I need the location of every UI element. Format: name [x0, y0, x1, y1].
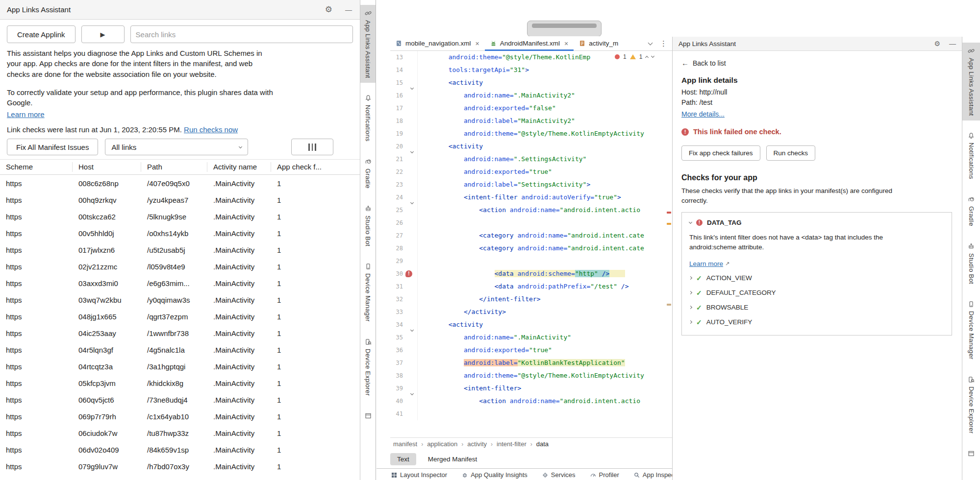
table-row[interactable]: https008c6z68np/407e09q5x0.MainActivity1	[0, 175, 360, 192]
check-row-action-view[interactable]: ✓ACTION_VIEW	[689, 274, 944, 282]
line-number: 15	[390, 76, 403, 89]
tool-window-button-app-inspection[interactable]: App Inspection	[634, 471, 672, 479]
breadcrumb-item-activity[interactable]: activity	[467, 440, 487, 448]
tool-strip-item-bell[interactable]: Notifications	[962, 127, 980, 184]
tool-strip-item-device-manager[interactable]: Device Manager	[360, 258, 376, 327]
check-row-data-tag[interactable]: ! DATA_TAG	[689, 219, 944, 226]
table-row[interactable]: https02jv21zzmc/l059v8t4e9.MainActivity1	[0, 258, 360, 275]
table-row[interactable]: https04r5lqn3gf/4g5nalc1la.MainActivity1	[0, 341, 360, 358]
code-line-22: 22 android:exported="true"	[390, 166, 672, 178]
tab-close-icon[interactable]: ×	[476, 40, 479, 48]
table-row[interactable]: https05kfcp3jvm/khidckix8g.MainActivity1	[0, 375, 360, 391]
code-editor[interactable]: 13 android:theme="@style/Theme.KotlinEmp…	[390, 51, 672, 437]
tool-strip-item-bell[interactable]: Notifications	[360, 90, 376, 146]
checks-container: ! DATA_TAG This link's intent filter doe…	[681, 212, 952, 336]
error-stripe-mark[interactable]	[667, 212, 671, 214]
run-checks-button[interactable]: Run checks	[766, 145, 816, 161]
breadcrumb-item-data[interactable]: data	[536, 440, 549, 448]
tab-close-icon[interactable]: ×	[564, 40, 568, 48]
fix-all-manifest-issues-button[interactable]: Fix All Manifest Issues	[7, 139, 98, 155]
settings-gear-icon[interactable]: ⚙	[934, 40, 940, 48]
more-details-link[interactable]: More details...	[681, 110, 725, 118]
breadcrumb-item-application[interactable]: application	[427, 440, 457, 448]
hidden-tabs-icon[interactable]	[648, 41, 653, 46]
editor-tab-androidmanifest-xml[interactable]: AndroidManifest.xml×	[485, 36, 574, 50]
table-row[interactable]: https069p7r79rh/c1x64yab10.MainActivity1	[0, 408, 360, 425]
tool-strip-item-app-links[interactable]: App Links Assistant	[360, 5, 376, 83]
passed-checks-list: ✓ACTION_VIEW✓DEFAULT_CATEGORY✓BROWSABLE✓…	[689, 274, 944, 326]
check-row-default-category[interactable]: ✓DEFAULT_CATEGORY	[689, 289, 944, 297]
minimize-icon[interactable]: —	[949, 40, 956, 48]
minimize-icon[interactable]: —	[345, 6, 352, 14]
line-number: 32	[390, 293, 403, 306]
tool-strip-item-panel[interactable]	[962, 445, 980, 465]
table-row[interactable]: https060qv5jct6/73ne8udqj4.MainActivity1	[0, 391, 360, 408]
window-titlebar[interactable]: App Links Assistant ⚙ —	[0, 0, 360, 20]
column-header-host[interactable]: Host	[73, 162, 141, 172]
check-row-auto-verify[interactable]: ✓AUTO_VERIFY	[689, 318, 944, 326]
inspections-widget[interactable]: 1 1	[612, 51, 657, 62]
run-checks-now-link[interactable]: Run checks now	[184, 125, 238, 134]
chevron-right-icon[interactable]	[689, 306, 692, 309]
table-row[interactable]: https00v5hhld0j/o0xhs14ykb.MainActivity1	[0, 225, 360, 241]
highlight-stripe-mark[interactable]	[667, 304, 671, 306]
table-row[interactable]: https03wq7w2kbu/y0qqimaw3s.MainActivity1	[0, 291, 360, 308]
editor-tab-mobile-navigation-xml[interactable]: mobile_navigation.xml×	[390, 36, 485, 50]
check-row-browsable[interactable]: ✓BROWSABLE	[689, 304, 944, 312]
back-to-list-link[interactable]: ← Back to list	[681, 59, 953, 67]
table-row[interactable]: https00hq9zrkqv/yzu4kpeas7.MainActivity1	[0, 192, 360, 208]
tool-window-button-profiler[interactable]: Profiler	[590, 471, 619, 479]
breadcrumb-item-intent-filter[interactable]: intent-filter	[497, 440, 527, 448]
tool-strip-item-bot[interactable]: Studio Bot	[962, 238, 980, 289]
table-row[interactable]: https04ic253aay/1wwnfbr738.MainActivity1	[0, 325, 360, 341]
learn-more-link[interactable]: Learn more	[689, 260, 723, 267]
chevron-right-icon[interactable]	[689, 276, 692, 280]
column-header-app-check-f[interactable]: App check f...	[271, 162, 360, 172]
tool-strip-item-gradle[interactable]: Gradle	[360, 153, 376, 193]
table-row[interactable]: https04rtcqtz3a/3a1hgptqgi.MainActivity1	[0, 358, 360, 375]
table-row[interactable]: https048jg1x665/qgrt37ezpm.MainActivity1	[0, 308, 360, 325]
create-applink-button[interactable]: Create Applink	[7, 25, 75, 43]
learn-more-link[interactable]: Learn more	[7, 110, 45, 119]
bottom-tab-merged-manifest[interactable]: Merged Manifest	[421, 453, 484, 465]
settings-gear-icon[interactable]: ⚙	[325, 4, 332, 15]
tool-strip-item-gradle[interactable]: Gradle	[962, 191, 980, 231]
previous-issue-icon[interactable]	[645, 55, 649, 59]
tool-window-button-layout-inspector[interactable]: Layout Inspector	[391, 471, 447, 479]
fix-app-check-failures-button[interactable]: Fix app check failures	[681, 145, 760, 161]
last-run-text: Link checks were last run at Jun 1, 2023…	[7, 125, 182, 134]
tool-window-button-services[interactable]: Services	[542, 471, 576, 479]
table-row[interactable]: https017jwlxzn6/u5t2usab5j.MainActivity1	[0, 241, 360, 258]
table-row[interactable]: https079g9luv7w/h7bd07ox3y.MainActivity1	[0, 458, 360, 475]
table-row[interactable]: https06dv02o409/84k659v1sp.MainActivity1	[0, 441, 360, 458]
panel-header[interactable]: App Links Assistant ⚙ —	[673, 37, 962, 51]
tool-strip-item-panel[interactable]	[360, 408, 376, 428]
column-header-activity-name[interactable]: Activity name	[207, 162, 271, 172]
bottom-tab-text[interactable]: Text	[390, 453, 416, 465]
editor-tab-activity-m[interactable]: activity_m	[574, 36, 624, 50]
warning-stripe-mark[interactable]	[667, 223, 671, 225]
tool-window-button-app-quality-insights[interactable]: App Quality Insights	[462, 471, 528, 479]
chevron-down-icon[interactable]	[689, 220, 692, 224]
table-row[interactable]: https00tskcza62/5lknugk9se.MainActivity1	[0, 208, 360, 225]
tool-strip-item-bot[interactable]: Studio Bot	[360, 200, 376, 251]
line-number: 22	[390, 166, 403, 178]
tool-strip-item-device-manager[interactable]: Device Manager	[962, 296, 980, 364]
search-input[interactable]	[130, 25, 353, 43]
chevron-right-icon[interactable]	[689, 320, 692, 324]
tool-strip-item-device-explorer[interactable]: Device Explorer	[360, 334, 376, 401]
table-row[interactable]: https06ciudok7w/tu87hwp33z.MainActivity1	[0, 425, 360, 441]
run-link-checks-button[interactable]: ▶	[81, 25, 125, 43]
breadcrumb-item-manifest[interactable]: manifest	[393, 440, 417, 448]
column-header-path[interactable]: Path	[141, 162, 207, 172]
editor-options-icon[interactable]: ⋮	[660, 39, 667, 48]
column-settings-button[interactable]	[291, 139, 333, 155]
next-issue-icon[interactable]	[651, 54, 654, 58]
chevron-right-icon[interactable]	[689, 291, 692, 294]
column-header-scheme[interactable]: Scheme	[0, 162, 73, 172]
gradle-icon	[365, 158, 372, 165]
table-row[interactable]: https03axxd3mi0/e6g63mim....MainActivity…	[0, 275, 360, 291]
links-filter-dropdown[interactable]: All links	[105, 139, 248, 155]
tool-strip-item-device-explorer[interactable]: Device Explorer	[962, 371, 980, 438]
tool-strip-item-app-links[interactable]: App Links Assistant	[962, 43, 980, 120]
